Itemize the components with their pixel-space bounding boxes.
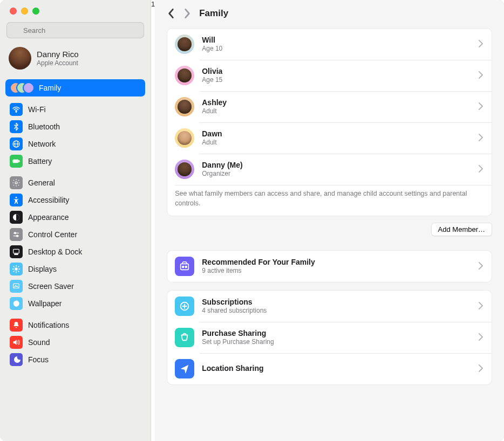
- location-sharing-row[interactable]: Location Sharing: [167, 353, 492, 384]
- sidebar-item-label: Wallpaper: [28, 299, 62, 308]
- chevron-right-icon: [479, 165, 484, 174]
- sound-icon: [10, 336, 23, 349]
- chevron-right-icon: [479, 102, 484, 112]
- sidebar-item-focus[interactable]: Focus: [5, 351, 145, 368]
- member-sub: Adult: [202, 139, 471, 147]
- member-sub: Organizer: [202, 170, 471, 178]
- notifications-icon: [10, 319, 23, 332]
- sidebar-item-label: Wi-Fi: [28, 105, 46, 114]
- member-lines: Dawn Adult: [202, 129, 471, 147]
- row-title: Recommended For Your Family: [202, 258, 471, 267]
- sidebar-item-label: Network: [28, 140, 56, 149]
- member-avatar: [175, 66, 194, 85]
- control-center-icon: [10, 228, 23, 241]
- sidebar-item-desktop-dock[interactable]: Desktop & Dock: [5, 243, 145, 260]
- members-footnote: See what family members can access and s…: [167, 185, 492, 216]
- row-title: Subscriptions: [202, 298, 471, 307]
- member-lines: Danny (Me) Organizer: [202, 161, 471, 178]
- bluetooth-icon: [10, 120, 23, 133]
- account-name: Danny Rico: [37, 50, 79, 59]
- sidebar-item-label: Focus: [28, 355, 49, 364]
- sidebar-item-general[interactable]: General: [5, 174, 145, 191]
- sidebar-item-label: Bluetooth: [28, 122, 60, 132]
- svg-point-31: [186, 266, 187, 267]
- chevron-right-icon: [479, 302, 484, 311]
- content-header: Family: [155, 0, 504, 25]
- sharing-card: Subscriptions 4 shared subscriptions Pur…: [167, 290, 492, 385]
- sidebar-item-network[interactable]: Network: [5, 135, 145, 153]
- sidebar-item-label: Desktop & Dock: [28, 247, 82, 257]
- svg-rect-16: [13, 249, 19, 253]
- svg-line-25: [13, 271, 14, 272]
- member-avatar: [175, 97, 194, 116]
- account-avatar: [9, 47, 31, 70]
- sidebar-item-sound[interactable]: Sound: [5, 334, 145, 351]
- member-name: Danny (Me): [202, 161, 471, 170]
- nav-forward-button[interactable]: [183, 8, 192, 19]
- close-window-button[interactable]: [10, 8, 17, 15]
- member-row[interactable]: Ashley Adult: [167, 91, 492, 122]
- row-sub: 9 active items: [202, 267, 471, 275]
- sidebar-group-top: Family: [5, 79, 145, 97]
- sidebar-group-network: Wi-Fi Bluetooth Network: [5, 101, 145, 170]
- sidebar-item-label: Screen Saver: [28, 282, 74, 291]
- sidebar-item-label: Notifications: [28, 321, 69, 330]
- member-row[interactable]: Olivia Age 15: [167, 60, 492, 91]
- sidebar-item-label: Sound: [28, 338, 50, 347]
- member-name: Dawn: [202, 129, 471, 139]
- account-row[interactable]: Danny Rico Apple Account: [0, 44, 151, 75]
- svg-line-23: [13, 266, 14, 267]
- account-lines: Danny Rico Apple Account: [37, 50, 79, 67]
- chevron-right-icon: [479, 40, 484, 49]
- svg-rect-29: [181, 264, 189, 270]
- member-name: Ashley: [202, 98, 471, 108]
- minimize-window-button[interactable]: [21, 8, 28, 15]
- search-input[interactable]: [6, 22, 144, 38]
- location-sharing-icon: [175, 359, 194, 378]
- member-name: Olivia: [202, 67, 471, 77]
- svg-point-15: [17, 235, 18, 237]
- row-title: Purchase Sharing: [202, 329, 471, 339]
- sidebar-item-wifi[interactable]: Wi-Fi: [5, 101, 145, 118]
- member-row[interactable]: Danny (Me) Organizer: [167, 154, 492, 185]
- recommended-row[interactable]: Recommended For Your Family 9 active ite…: [167, 251, 492, 282]
- sidebar-item-label: Control Center: [28, 230, 77, 239]
- subscriptions-row[interactable]: Subscriptions 4 shared subscriptions: [167, 291, 492, 322]
- chevron-right-icon: [479, 134, 484, 143]
- member-row[interactable]: Dawn Adult: [167, 122, 492, 154]
- sidebar-item-bluetooth[interactable]: Bluetooth: [5, 118, 145, 135]
- sidebar-item-notifications[interactable]: Notifications: [5, 316, 145, 334]
- svg-point-30: [182, 266, 184, 267]
- chevron-right-icon: [479, 333, 484, 342]
- subscriptions-icon: [175, 297, 194, 316]
- add-member-button[interactable]: Add Member…: [431, 223, 492, 236]
- row-title: Location Sharing: [202, 364, 471, 374]
- sidebar-item-label: Appearance: [28, 213, 69, 222]
- fullscreen-window-button[interactable]: [32, 8, 39, 15]
- sidebar-item-family[interactable]: Family: [5, 79, 145, 97]
- sidebar-group-system: General Accessibility Appearance: [5, 174, 145, 312]
- member-lines: Olivia Age 15: [202, 67, 471, 85]
- member-row[interactable]: Will Age 10: [167, 29, 492, 60]
- focus-icon: [10, 353, 23, 366]
- sidebar-item-screen-saver[interactable]: Screen Saver: [5, 278, 145, 295]
- sidebar-item-control-center[interactable]: Control Center: [5, 226, 145, 243]
- svg-rect-7: [13, 161, 17, 162]
- nav-back-button[interactable]: [167, 8, 175, 19]
- sidebar-item-appearance[interactable]: Appearance: [5, 209, 145, 226]
- svg-rect-8: [19, 161, 19, 162]
- sidebar-item-wallpaper[interactable]: Wallpaper: [5, 295, 145, 312]
- wallpaper-icon: [10, 297, 23, 310]
- recommended-icon: [175, 257, 194, 276]
- chevron-right-icon: [479, 364, 484, 374]
- content-scroll[interactable]: Will Age 10 Olivia Age 15 As: [155, 25, 504, 404]
- member-sub: Age 15: [202, 76, 471, 84]
- add-member-row: Add Member…: [167, 223, 492, 236]
- sidebar-item-accessibility[interactable]: Accessibility: [5, 191, 145, 209]
- purchase-sharing-row[interactable]: Purchase Sharing Set up Purchase Sharing: [167, 322, 492, 353]
- screen-saver-icon: [10, 280, 23, 293]
- member-avatar: [175, 160, 194, 179]
- sidebar-item-displays[interactable]: Displays: [5, 260, 145, 278]
- member-avatar: [175, 35, 194, 54]
- sidebar-item-battery[interactable]: Battery: [5, 153, 145, 170]
